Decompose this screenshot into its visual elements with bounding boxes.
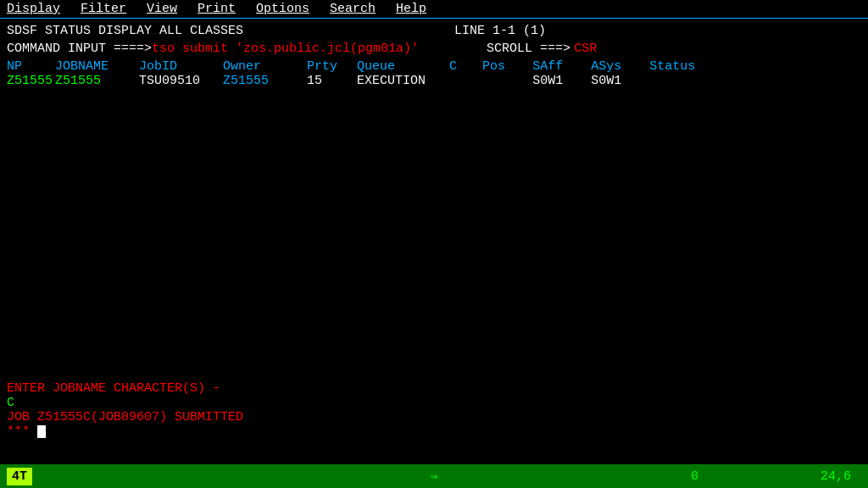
menu-view[interactable]: View bbox=[147, 2, 177, 16]
cell-prty: 15 bbox=[307, 74, 349, 88]
col-np: NP bbox=[7, 59, 47, 74]
col-jobname: JOBNAME bbox=[55, 59, 131, 74]
menu-print[interactable]: Print bbox=[198, 2, 236, 16]
enter-jobname-msg: ENTER JOBNAME CHARACTER(S) - bbox=[7, 381, 243, 396]
table-row: Z51555 Z51555 TSU09510 Z51555 15 EXECUTI… bbox=[7, 74, 861, 88]
scroll-label: SCROLL ===> bbox=[487, 40, 570, 58]
col-status: Status bbox=[649, 59, 717, 74]
lower-section: ENTER JOBNAME CHARACTER(S) - C JOB Z5155… bbox=[7, 381, 243, 439]
col-asys: ASys bbox=[591, 59, 642, 74]
job-submitted-msg: JOB Z51555C(JOB09607) SUBMITTED bbox=[7, 410, 243, 424]
col-owner: Owner bbox=[223, 59, 299, 74]
status-zero: 0 bbox=[691, 469, 698, 484]
col-saff: SAff bbox=[532, 59, 583, 74]
scroll-value: CSR bbox=[574, 40, 597, 58]
status-title: SDSF STATUS DISPLAY ALL CLASSES bbox=[7, 24, 243, 38]
menu-display[interactable]: Display bbox=[7, 2, 60, 16]
table-header: NP JOBNAME JobID Owner Prty Queue C Pos … bbox=[7, 59, 861, 74]
cell-jobname: Z51555 bbox=[55, 74, 131, 88]
cursor bbox=[37, 425, 46, 438]
cell-queue: EXECUTION bbox=[357, 74, 442, 88]
cell-saff: S0W1 bbox=[532, 74, 583, 88]
menu-options[interactable]: Options bbox=[256, 2, 309, 16]
stars-line: *** bbox=[7, 424, 243, 439]
menu-bar: Display Filter View Print Options Search… bbox=[0, 0, 868, 19]
tab-label[interactable]: 4T bbox=[7, 468, 32, 485]
main-content: SDSF STATUS DISPLAY ALL CLASSES LINE 1-1… bbox=[0, 19, 868, 464]
cell-jobid: TSU09510 bbox=[139, 74, 215, 88]
cell-asys: S0W1 bbox=[591, 74, 642, 88]
app: Display Filter View Print Options Search… bbox=[0, 0, 868, 488]
line-info: LINE 1-1 (1) bbox=[454, 24, 546, 38]
status-bar: 4T ⇒ 0 24,6 bbox=[0, 464, 868, 488]
col-jobid: JobID bbox=[139, 59, 215, 74]
status-coords: 24,6 bbox=[821, 469, 851, 484]
cell-np: Z51555 bbox=[7, 74, 47, 88]
col-pos: Pos bbox=[482, 59, 525, 74]
stars-text: *** bbox=[7, 424, 30, 439]
command-label: COMMAND INPUT ====> bbox=[7, 40, 152, 58]
col-prty: Prty bbox=[307, 59, 349, 74]
cell-owner: Z51555 bbox=[223, 74, 299, 88]
filter-char: C bbox=[7, 396, 243, 410]
command-line[interactable]: COMMAND INPUT ====> tso submit 'zos.publ… bbox=[7, 40, 861, 58]
arrow-icon: ⇒ bbox=[430, 469, 437, 485]
menu-filter[interactable]: Filter bbox=[81, 2, 126, 16]
command-input[interactable]: tso submit 'zos.public.jcl(pgm01a)' bbox=[152, 40, 419, 58]
col-c: C bbox=[449, 59, 475, 74]
menu-help[interactable]: Help bbox=[396, 2, 426, 16]
menu-search[interactable]: Search bbox=[330, 2, 376, 16]
status-title-line: SDSF STATUS DISPLAY ALL CLASSES LINE 1-1… bbox=[7, 22, 861, 40]
col-queue: Queue bbox=[357, 59, 442, 74]
